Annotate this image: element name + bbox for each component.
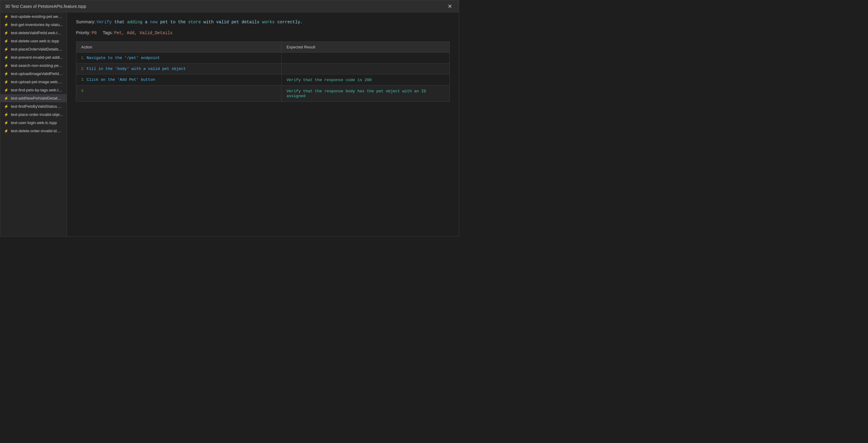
sidebar-item-3[interactable]: ⚡test-delete-user.web.tc.tspp: [0, 37, 67, 45]
sidebar-item-5[interactable]: ⚡test-prevent-invalid-pet-addi...: [0, 53, 67, 61]
summary-word-with: with: [201, 20, 214, 25]
test-case-icon-0: ⚡: [4, 14, 8, 19]
sidebar-item-label-1: test-get-inventories-by-statu...: [11, 23, 63, 27]
sidebar-item-label-8: test-upload-pet-image.web.tc....: [11, 79, 63, 84]
test-case-icon-13: ⚡: [4, 121, 8, 125]
expected-text-3: Verify that the response body has the pe…: [286, 89, 426, 98]
table-row-2: 3.Click on the 'Add Pet' buttonVerify th…: [76, 74, 450, 86]
sidebar-item-11[interactable]: ⚡test-findPetsByValidStatus.we...: [0, 102, 67, 110]
sidebar-item-0[interactable]: ⚡test-update-existing-pet.web...: [0, 12, 67, 21]
tags-value: Pet, Add, Valid_Details: [114, 31, 173, 35]
tags-label: Tags:: [103, 30, 113, 35]
sidebar-item-12[interactable]: ⚡test-place-order-invalid-obje...: [0, 110, 67, 118]
test-case-icon-1: ⚡: [4, 23, 8, 27]
modal-header: 30 Test Cases of PetstoreAPIs.feature.ts…: [0, 0, 459, 12]
summary-word-adding: adding: [124, 20, 142, 25]
test-case-icon-2: ⚡: [4, 31, 8, 35]
row-number-3: 4.: [81, 89, 84, 93]
test-case-icon-5: ⚡: [4, 55, 8, 60]
expected-cell-3: Verify that the response body has the pe…: [282, 86, 450, 102]
modal-title: 30 Test Cases of PetstoreAPIs.feature.ts…: [5, 4, 86, 9]
col-header-expected: Expected Result: [282, 42, 450, 53]
sidebar-item-label-5: test-prevent-invalid-pet-addi...: [11, 55, 63, 60]
priority-value: P0: [91, 31, 97, 35]
priority-label: Priority:: [76, 30, 90, 35]
expected-cell-0: [282, 53, 450, 64]
row-number-2: 3.: [81, 77, 84, 82]
action-text-1: Fill in the 'body' with a valid pet obje…: [87, 67, 186, 71]
table-header-row: Action Expected Result: [76, 42, 450, 53]
summary-word-store: store: [186, 20, 201, 25]
summary-word-a: a: [142, 20, 148, 25]
action-cell-3: 4.: [76, 86, 282, 102]
summary-word-verify: Verify: [97, 20, 112, 25]
summary-word-correctly: correctly.: [275, 20, 303, 25]
test-case-icon-11: ⚡: [4, 104, 8, 109]
sidebar-item-label-14: test-delete-order-invalid-id.w...: [11, 129, 63, 133]
test-case-icon-14: ⚡: [4, 129, 8, 133]
test-table: Action Expected Result 1.Navigate to the…: [76, 41, 450, 102]
test-case-icon-4: ⚡: [4, 47, 8, 52]
expected-text-2: Verify that the response code is 200: [286, 78, 372, 82]
action-text-2: Click on the 'Add Pet' button: [87, 77, 155, 82]
action-cell-2: 3.Click on the 'Add Pet' button: [76, 74, 282, 86]
table-row-3: 4.Verify that the response body has the …: [76, 86, 450, 102]
summary-word-works: works: [259, 20, 275, 25]
action-text-0: Navigate to the '/pet' endpoint: [87, 56, 160, 60]
priority-row: Priority: P0 Tags: Pet, Add, Valid_Detai…: [76, 30, 450, 35]
action-cell-1: 2.Fill in the 'body' with a valid pet ob…: [76, 64, 282, 74]
sidebar-item-14[interactable]: ⚡test-delete-order-invalid-id.w...: [0, 127, 67, 135]
sidebar-item-label-11: test-findPetsByValidStatus.we...: [11, 104, 63, 109]
test-case-icon-12: ⚡: [4, 112, 8, 117]
summary-label: Summary:: [76, 19, 95, 25]
sidebar-item-label-7: test-uploadImageValidPetId....: [11, 71, 63, 76]
summary-word-pet2: pet: [229, 20, 239, 25]
summary-word-new: new: [148, 20, 158, 25]
test-case-icon-3: ⚡: [4, 39, 8, 43]
summary-word-to: to: [168, 20, 175, 25]
row-number-1: 2.: [81, 67, 84, 71]
sidebar-item-label-3: test-delete-user.web.tc.tspp: [11, 39, 59, 43]
test-case-icon-10: ⚡: [4, 96, 8, 100]
summary-word-that: that: [112, 20, 124, 25]
sidebar-item-9[interactable]: ⚡test-find-pets-by-tags.web.tc....: [0, 86, 67, 94]
sidebar-item-label-2: test-deleteValidPetId.web.tc.t...: [11, 31, 63, 35]
summary-word-valid: valid: [214, 20, 229, 25]
sidebar-item-8[interactable]: ⚡test-upload-pet-image.web.tc....: [0, 78, 67, 86]
sidebar-item-4[interactable]: ⚡test-placeOrderValidDetails....: [0, 45, 67, 53]
sidebar-item-1[interactable]: ⚡test-get-inventories-by-statu...: [0, 21, 67, 29]
test-case-icon-7: ⚡: [4, 72, 8, 76]
summary-word-details: details: [239, 20, 259, 25]
sidebar: ⚡test-update-existing-pet.web...⚡test-ge…: [0, 12, 67, 236]
sidebar-item-7[interactable]: ⚡test-uploadImageValidPetId....: [0, 70, 67, 78]
sidebar-item-label-9: test-find-pets-by-tags.web.tc....: [11, 88, 63, 92]
close-button[interactable]: ✕: [446, 3, 454, 10]
test-case-icon-8: ⚡: [4, 80, 8, 84]
action-cell-0: 1.Navigate to the '/pet' endpoint: [76, 53, 282, 64]
test-case-icon-9: ⚡: [4, 88, 8, 92]
main-content: Summary: Verify that adding a new pet to…: [67, 12, 459, 236]
col-header-action: Action: [76, 42, 282, 53]
sidebar-item-label-10: test-addNewPetValidDetails....: [11, 96, 63, 100]
summary-word-the: the: [175, 20, 186, 25]
summary-text: Verify that adding a new pet to the stor…: [97, 19, 303, 26]
sidebar-item-label-6: test-search-non-existing-pet....: [11, 63, 63, 68]
row-number-0: 1.: [81, 56, 84, 60]
sidebar-item-6[interactable]: ⚡test-search-non-existing-pet....: [0, 61, 67, 70]
modal-body: ⚡test-update-existing-pet.web...⚡test-ge…: [0, 12, 459, 236]
expected-cell-2: Verify that the response code is 200: [282, 74, 450, 86]
table-row-1: 2.Fill in the 'body' with a valid pet ob…: [76, 64, 450, 74]
table-row-0: 1.Navigate to the '/pet' endpoint: [76, 53, 450, 64]
summary-row: Summary: Verify that adding a new pet to…: [76, 19, 450, 26]
sidebar-item-2[interactable]: ⚡test-deleteValidPetId.web.tc.t...: [0, 29, 67, 37]
sidebar-item-label-12: test-place-order-invalid-obje...: [11, 112, 63, 117]
sidebar-item-10[interactable]: ⚡test-addNewPetValidDetails....: [0, 94, 67, 102]
sidebar-item-label-4: test-placeOrderValidDetails....: [11, 47, 63, 52]
summary-word-pet: pet: [157, 20, 168, 25]
test-case-icon-6: ⚡: [4, 64, 8, 68]
expected-cell-1: [282, 64, 450, 74]
sidebar-item-13[interactable]: ⚡test-user-login.web.tc.tspp: [0, 118, 67, 127]
sidebar-item-label-13: test-user-login.web.tc.tspp: [11, 121, 57, 125]
sidebar-item-label-0: test-update-existing-pet.web...: [11, 14, 63, 19]
modal: 30 Test Cases of PetstoreAPIs.feature.ts…: [0, 0, 459, 237]
